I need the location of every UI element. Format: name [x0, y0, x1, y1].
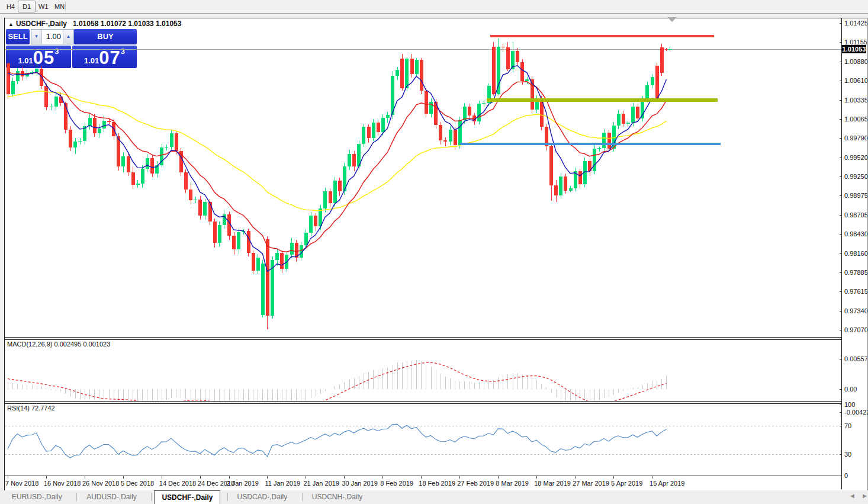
date-axis-label: 2 Jan 2019 [227, 480, 259, 487]
hline-support-blue[interactable] [460, 143, 721, 145]
candle-bear [468, 107, 471, 115]
candle-bear [443, 140, 447, 142]
candle-bull [136, 184, 140, 185]
date-axis-label: 18 Mar 2019 [534, 480, 571, 487]
rsi-axis-tick [840, 476, 842, 476]
candle-bear [554, 185, 558, 195]
candle-bull [381, 118, 385, 132]
candle-bull [121, 156, 125, 166]
candle-bear [578, 171, 582, 184]
moving-average-line [8, 66, 666, 272]
price-axis-tick [840, 23, 842, 24]
candle-bull [348, 154, 351, 166]
price-axis[interactable]: 1.01053 1.014251.011551.008801.006101.00… [841, 18, 866, 489]
candle-bear [198, 200, 202, 216]
tab-divider [76, 493, 77, 501]
date-axis-label: 26 Nov 2018 [82, 480, 119, 487]
pane-separator[interactable] [5, 337, 841, 338]
candle-bull [323, 191, 327, 209]
timeframe-button-d1[interactable]: D1 [18, 1, 36, 12]
candle-bear [247, 231, 250, 253]
price-axis-tick [840, 119, 842, 120]
candle-bull [223, 214, 226, 225]
candle-bull [651, 77, 654, 85]
candle-bull [261, 264, 265, 315]
candle-bear [232, 236, 236, 250]
macd-pane-canvas[interactable] [5, 339, 841, 401]
date-axis-label: 14 Dec 2018 [159, 480, 196, 487]
macd-axis-tick [840, 412, 842, 413]
tabs-scroll-left-icon[interactable]: ◄ [849, 492, 856, 499]
price-axis-label: 0.97340 [844, 307, 868, 314]
candle-bear [184, 172, 188, 190]
rsi-axis-label: 100 [844, 401, 855, 408]
tab-usdchfdaily[interactable]: USDCHF-,Daily [154, 490, 220, 504]
rsi-axis-tick [840, 405, 842, 405]
candle-bull [497, 47, 500, 94]
candle-bear [520, 62, 524, 81]
candle-bear [492, 47, 496, 94]
candle-bull [98, 129, 101, 133]
rsi-pane-canvas[interactable] [5, 404, 841, 476]
date-axis-label: 30 Jan 2019 [342, 480, 378, 487]
candle-bear [314, 216, 317, 226]
candle-bull [73, 142, 77, 147]
candle-bull [429, 102, 433, 114]
pane-separator[interactable] [5, 401, 841, 402]
candle-bear [420, 60, 423, 90]
candle-bear [329, 191, 332, 203]
candle-bull [631, 107, 635, 123]
price-axis-label: 0.98430 [844, 230, 868, 237]
date-axis: 7 Nov 201816 Nov 201826 Nov 20185 Dec 20… [5, 476, 841, 489]
price-axis-label: 0.98975 [844, 192, 868, 199]
tab-usdcnhdaily[interactable]: USDCNH-,Daily [305, 490, 369, 503]
candle-bull [386, 115, 390, 118]
date-axis-label: 5 Dec 2018 [121, 480, 154, 487]
chart-window: ▲USDCHF-,Daily1.01058 1.01072 1.01033 1.… [4, 18, 867, 491]
candle-bull [463, 107, 467, 120]
price-pane-canvas[interactable] [5, 18, 841, 337]
candle-bear [280, 253, 284, 268]
candle-bull [203, 202, 207, 216]
chart-tabbar: ◄ ► EURUSD-,DailyAUDUSD-,DailyUSDCHF-,Da… [0, 490, 868, 504]
tab-eurusddaily[interactable]: EURUSD-,Daily [5, 490, 69, 503]
date-axis-label: 8 Feb 2019 [380, 480, 413, 487]
candle-bull [88, 118, 92, 126]
timeframe-button-h4[interactable]: H4 [2, 1, 20, 12]
candle-bear [506, 47, 510, 69]
rsi-axis-label: 0 [844, 472, 848, 479]
candle-bull [141, 169, 144, 184]
candle-bull [170, 133, 173, 147]
price-axis-tick [840, 195, 842, 196]
date-axis-label: 27 Mar 2019 [573, 480, 609, 487]
candle-bear [549, 146, 553, 186]
hline-support-olive[interactable] [487, 98, 718, 102]
tabs-scroll-right-icon[interactable]: ► [861, 492, 868, 499]
candle-bull [290, 243, 294, 255]
tab-usdcaddaily[interactable]: USDCAD-,Daily [230, 490, 295, 503]
candle-bear [439, 125, 442, 140]
candle-bear [150, 158, 154, 174]
timeframe-button-mn[interactable]: MN [50, 1, 69, 12]
candle-bear [564, 176, 567, 191]
candle-bull [333, 181, 337, 203]
candle-bull [602, 133, 606, 148]
candle-bull [593, 149, 596, 171]
candle-bear [131, 172, 135, 185]
macd-axis-tick [840, 359, 842, 359]
candle-bull [597, 148, 601, 149]
candle-bull [569, 188, 573, 191]
candle-bull [146, 158, 149, 169]
price-axis-label: 0.99790 [844, 134, 868, 142]
candle-bull [396, 70, 399, 76]
candle-bull [256, 258, 260, 271]
date-axis-label: 7 Nov 2018 [5, 480, 38, 487]
candle-bull [309, 216, 313, 233]
tab-audusddaily[interactable]: AUDUSD-,Daily [79, 490, 144, 503]
hline-resistance-red[interactable] [490, 35, 714, 37]
candle-bear [501, 47, 505, 47]
candle-bear [44, 86, 48, 107]
candle-bull [449, 130, 452, 142]
date-axis-label: 11 Jan 2019 [265, 480, 300, 487]
candle-bear [107, 121, 111, 122]
